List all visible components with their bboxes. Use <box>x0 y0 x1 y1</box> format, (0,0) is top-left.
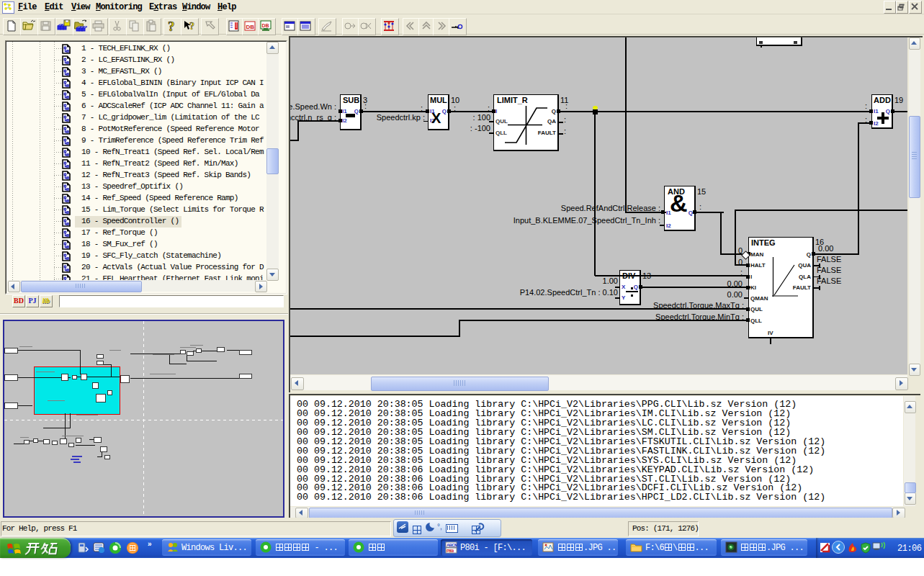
svg-text:ABCM: ABCM <box>447 543 457 547</box>
svg-text:?: ? <box>168 19 175 33</box>
svg-text:DB: DB <box>246 24 255 30</box>
svg-text:P80i: P80i <box>447 549 454 553</box>
svg-text:?: ? <box>189 21 194 32</box>
svg-text:DB: DB <box>262 23 269 28</box>
